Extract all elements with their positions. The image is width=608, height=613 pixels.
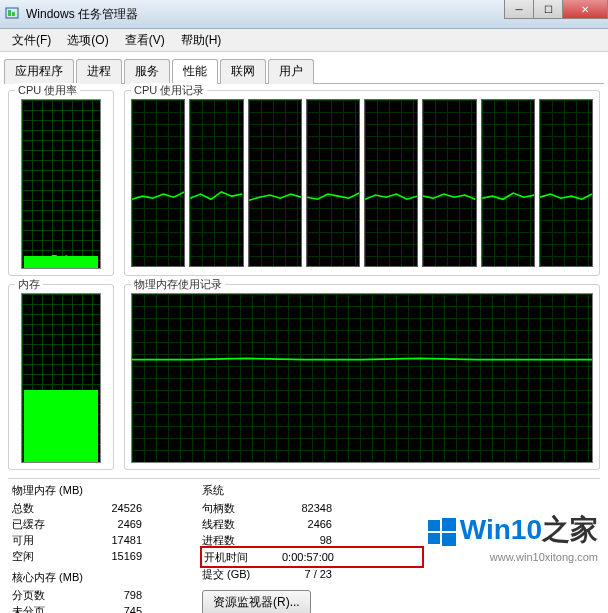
menu-options[interactable]: 选项(O) — [59, 30, 116, 51]
handles-label: 句柄数 — [202, 500, 262, 516]
minimize-button[interactable]: ─ — [504, 0, 534, 19]
divider — [8, 478, 600, 479]
available-label: 可用 — [12, 532, 72, 548]
system-title: 系统 — [202, 483, 422, 498]
tab-bar: 应用程序 进程 服务 性能 联网 用户 — [4, 58, 604, 84]
uptime-label: 开机时间 — [204, 549, 264, 565]
menu-file[interactable]: 文件(F) — [4, 30, 59, 51]
watermark-url: www.win10xitong.com — [428, 551, 598, 563]
tab-performance[interactable]: 性能 — [172, 59, 218, 84]
svg-rect-4 — [442, 518, 456, 531]
total-value: 24526 — [72, 500, 142, 516]
memory-value: 6.87 GB — [22, 447, 100, 460]
memory-history-graph — [131, 293, 593, 463]
nonpaged-label: 未分页 — [12, 603, 72, 613]
cached-value: 2469 — [72, 516, 142, 532]
free-value: 15169 — [72, 548, 142, 564]
maximize-button[interactable]: ☐ — [533, 0, 563, 19]
window-title: Windows 任务管理器 — [26, 6, 138, 23]
memory-title: 内存 — [15, 277, 43, 292]
svg-rect-1 — [8, 10, 11, 16]
menu-help[interactable]: 帮助(H) — [173, 30, 230, 51]
free-label: 空闲 — [12, 548, 72, 564]
tab-processes[interactable]: 进程 — [76, 59, 122, 84]
cached-label: 已缓存 — [12, 516, 72, 532]
watermark: Win10之家 www.win10xitong.com — [428, 511, 598, 563]
svg-rect-5 — [428, 533, 440, 544]
resource-monitor-button[interactable]: 资源监视器(R)... — [202, 590, 311, 613]
watermark-brand-zh: 之家 — [542, 514, 598, 545]
windows-logo-icon — [428, 518, 456, 546]
cpu-usage-title: CPU 使用率 — [15, 83, 80, 98]
svg-rect-2 — [12, 12, 15, 16]
paged-label: 分页数 — [12, 587, 72, 603]
cpu-usage-meter: 7 % — [21, 99, 101, 269]
svg-rect-3 — [428, 520, 440, 531]
window-controls: ─ ☐ ✕ — [505, 0, 608, 19]
svg-rect-6 — [442, 533, 456, 546]
menu-bar: 文件(F) 选项(O) 查看(V) 帮助(H) — [0, 29, 608, 52]
memory-history-group: 物理内存使用记录 — [124, 284, 600, 470]
nonpaged-value: 745 — [72, 603, 142, 613]
cpu-history-title: CPU 使用记录 — [131, 83, 207, 98]
commit-label: 提交 (GB) — [202, 566, 262, 582]
cpu-history-graph — [131, 99, 593, 267]
available-value: 17481 — [72, 532, 142, 548]
tab-services[interactable]: 服务 — [124, 59, 170, 84]
processes-value: 98 — [262, 532, 332, 548]
total-label: 总数 — [12, 500, 72, 516]
commit-value: 7 / 23 — [262, 566, 332, 582]
physmem-title: 物理内存 (MB) — [12, 483, 182, 498]
threads-label: 线程数 — [202, 516, 262, 532]
close-button[interactable]: ✕ — [562, 0, 608, 19]
tab-applications[interactable]: 应用程序 — [4, 59, 74, 84]
uptime-row-highlight: 开机时间0:00:57:00 — [200, 546, 424, 568]
cpu-history-group: CPU 使用记录 — [124, 90, 600, 276]
threads-value: 2466 — [262, 516, 332, 532]
cpu-usage-group: CPU 使用率 7 % — [8, 90, 114, 276]
title-bar: Windows 任务管理器 ─ ☐ ✕ — [0, 0, 608, 29]
uptime-value: 0:00:57:00 — [264, 549, 334, 565]
memory-history-title: 物理内存使用记录 — [131, 277, 225, 292]
cpu-usage-value: 7 % — [22, 253, 100, 266]
menu-view[interactable]: 查看(V) — [117, 30, 173, 51]
processes-label: 进程数 — [202, 532, 262, 548]
memory-group: 内存 6.87 GB — [8, 284, 114, 470]
memory-meter: 6.87 GB — [21, 293, 101, 463]
app-icon — [4, 6, 20, 22]
tab-networking[interactable]: 联网 — [220, 59, 266, 84]
kernel-title: 核心内存 (MB) — [12, 570, 182, 585]
handles-value: 82348 — [262, 500, 332, 516]
watermark-brand-en: Win10 — [460, 514, 542, 545]
tab-users[interactable]: 用户 — [268, 59, 314, 84]
paged-value: 798 — [72, 587, 142, 603]
